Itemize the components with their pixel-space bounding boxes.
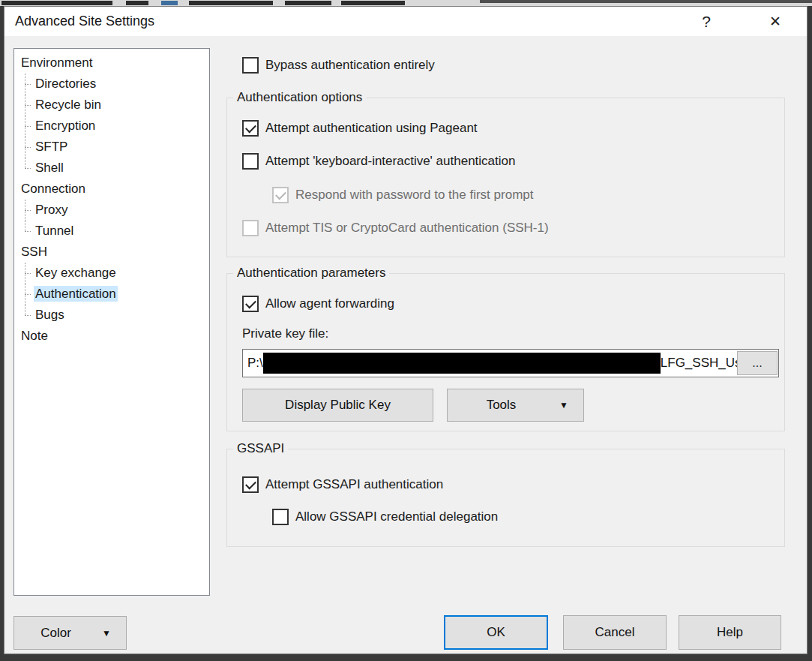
close-icon[interactable]: ✕ bbox=[754, 7, 796, 36]
agent-forwarding-row: Allow agent forwarding bbox=[242, 295, 394, 313]
agent-forwarding-label: Allow agent forwarding bbox=[265, 296, 394, 311]
background-window-fragment bbox=[480, 0, 812, 3]
tis-cryptocard-checkbox bbox=[242, 220, 259, 236]
background-window-fragment bbox=[126, 1, 148, 5]
sidebar-item-bugs[interactable]: Bugs bbox=[14, 305, 209, 326]
pageant-label: Attempt authentication using Pageant bbox=[265, 121, 478, 136]
respond-password-checkbox bbox=[272, 187, 289, 203]
gssapi-delegation-row: Allow GSSAPI credential delegation bbox=[272, 508, 498, 526]
display-public-key-button[interactable]: Display Public Key bbox=[242, 389, 433, 422]
sidebar-item-sftp[interactable]: SFTP bbox=[14, 137, 209, 158]
authentication-options-group-label: Authentication options bbox=[233, 90, 366, 105]
sidebar-item-key-exchange[interactable]: Key exchange bbox=[14, 263, 209, 284]
advanced-site-settings-dialog: Advanced Site Settings ? ✕ Environment D… bbox=[4, 6, 808, 654]
chevron-down-icon: ▼ bbox=[559, 400, 568, 410]
bypass-authentication-row: Bypass authentication entirely bbox=[242, 56, 435, 74]
sidebar-item-recycle-bin[interactable]: Recycle bin bbox=[14, 95, 209, 116]
ok-button[interactable]: OK bbox=[444, 615, 548, 650]
sidebar-item-authentication[interactable]: Authentication bbox=[14, 284, 209, 305]
sidebar-item-connection[interactable]: Connection bbox=[14, 179, 209, 200]
sidebar-item-directories[interactable]: Directories bbox=[14, 74, 209, 95]
respond-password-label: Respond with password to the first promp… bbox=[295, 188, 533, 203]
cancel-button[interactable]: Cancel bbox=[563, 615, 667, 650]
background-window-fragment bbox=[341, 1, 405, 5]
sidebar-item-note[interactable]: Note bbox=[14, 326, 209, 347]
background-window-strip bbox=[0, 0, 812, 6]
private-key-input[interactable]: P:\ LFG_SSH_User ... bbox=[242, 349, 779, 377]
sidebar-item-tunnel[interactable]: Tunnel bbox=[14, 221, 209, 242]
settings-tree: Environment Directories Recycle bin Encr… bbox=[13, 48, 210, 596]
page-title: Advanced Site Settings bbox=[15, 7, 154, 36]
tis-cryptocard-row: Attempt TIS or CryptoCard authentication… bbox=[242, 219, 549, 237]
help-icon[interactable]: ? bbox=[688, 7, 724, 36]
chevron-down-icon: ▼ bbox=[102, 628, 111, 638]
tools-button-label: Tools bbox=[487, 398, 517, 413]
color-button[interactable]: Color ▼ bbox=[13, 616, 127, 650]
gssapi-delegation-label: Allow GSSAPI credential delegation bbox=[295, 509, 498, 524]
tis-cryptocard-label: Attempt TIS or CryptoCard authentication… bbox=[265, 221, 549, 236]
gssapi-group: GSSAPI bbox=[226, 449, 785, 547]
keyboard-interactive-row: Attempt 'keyboard-interactive' authentic… bbox=[242, 152, 515, 170]
keyboard-interactive-checkbox[interactable] bbox=[242, 153, 259, 170]
redaction-bar bbox=[263, 353, 661, 374]
help-button[interactable]: Help bbox=[679, 615, 781, 650]
sidebar-item-encryption[interactable]: Encryption bbox=[14, 116, 209, 137]
private-key-file-label: Private key file: bbox=[242, 326, 328, 341]
respond-password-row: Respond with password to the first promp… bbox=[272, 186, 533, 204]
gssapi-group-label: GSSAPI bbox=[233, 441, 288, 456]
browse-button[interactable]: ... bbox=[737, 351, 778, 375]
bypass-authentication-label: Bypass authentication entirely bbox=[265, 58, 435, 73]
tools-button[interactable]: Tools ▼ bbox=[447, 389, 584, 422]
keyboard-interactive-label: Attempt 'keyboard-interactive' authentic… bbox=[265, 154, 515, 169]
sidebar-item-proxy[interactable]: Proxy bbox=[14, 200, 209, 221]
gssapi-auth-checkbox[interactable] bbox=[242, 476, 259, 493]
bypass-authentication-checkbox[interactable] bbox=[242, 57, 259, 74]
color-button-label: Color bbox=[40, 626, 71, 641]
sidebar-item-ssh[interactable]: SSH bbox=[14, 242, 209, 263]
screen: Advanced Site Settings ? ✕ Environment D… bbox=[0, 0, 812, 661]
gssapi-delegation-checkbox[interactable] bbox=[272, 509, 289, 525]
agent-forwarding-checkbox[interactable] bbox=[242, 296, 259, 312]
gssapi-auth-label: Attempt GSSAPI authentication bbox=[265, 477, 443, 492]
pageant-row: Attempt authentication using Pageant bbox=[242, 119, 478, 137]
background-window-fragment bbox=[1, 1, 112, 5]
titlebar: Advanced Site Settings ? ✕ bbox=[4, 7, 807, 36]
gssapi-auth-row: Attempt GSSAPI authentication bbox=[242, 476, 443, 494]
authentication-parameters-group-label: Authentication parameters bbox=[233, 266, 389, 281]
background-window-fragment bbox=[189, 1, 273, 5]
background-window-fragment bbox=[161, 1, 178, 5]
private-key-path-prefix: P:\ bbox=[247, 356, 263, 371]
sidebar-item-shell[interactable]: Shell bbox=[14, 158, 209, 179]
pageant-checkbox[interactable] bbox=[242, 120, 259, 137]
sidebar-item-environment[interactable]: Environment bbox=[14, 53, 209, 74]
background-window-fragment bbox=[285, 1, 331, 5]
